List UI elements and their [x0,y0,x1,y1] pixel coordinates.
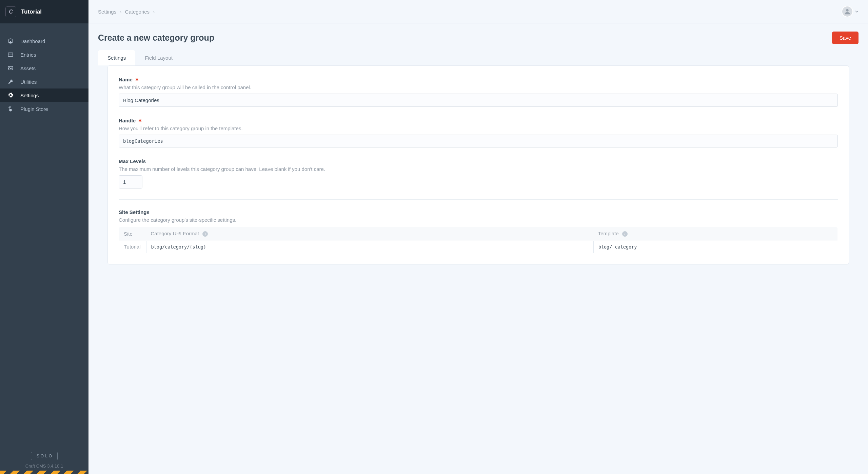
info-icon[interactable]: i [622,231,628,237]
field-label-site-settings: Site Settings [119,209,150,215]
breadcrumb-separator: › [153,9,155,15]
breadcrumb-separator: › [120,9,121,15]
breadcrumb: Settings › Categories › [98,9,157,15]
site-name-cell: Tutorial [119,240,146,253]
nav-item-dashboard[interactable]: Dashboard [0,34,88,48]
breadcrumb-categories[interactable]: Categories [125,9,150,15]
nav-label: Settings [20,93,39,98]
breadcrumb-settings[interactable]: Settings [98,9,116,15]
required-indicator: ✱ [138,118,142,123]
primary-nav: Dashboard Entries Assets Utilities Setti… [0,23,88,452]
nav-label: Entries [20,52,36,58]
nav-item-assets[interactable]: Assets [0,61,88,75]
tabs: Settings Field Layout [98,50,859,65]
field-label-handle: Handle [119,118,136,123]
topbar: Settings › Categories › [88,0,868,23]
dev-stripe [0,471,88,474]
field-help-name: What this category group will be called … [119,84,838,90]
save-button[interactable]: Save [832,32,859,44]
nav-label: Plugin Store [20,106,48,112]
edition-badge[interactable]: SOLO [31,452,58,460]
info-icon[interactable]: i [202,231,208,237]
settings-panel: Name ✱ What this category group will be … [107,65,849,264]
nav-item-plugin-store[interactable]: Plugin Store [0,102,88,116]
col-uri-format: Category URI Format i [146,227,593,240]
plugin-store-icon [7,106,14,112]
svg-rect-0 [8,53,13,57]
tab-field-layout[interactable]: Field Layout [135,50,182,65]
table-row: Tutorial [119,240,838,253]
svg-point-3 [846,9,848,12]
page-title: Create a new category group [98,33,214,43]
tab-settings[interactable]: Settings [98,50,135,65]
name-input[interactable] [119,94,838,107]
user-icon [844,8,851,15]
avatar [842,6,853,17]
nav-label: Dashboard [20,38,45,44]
col-site: Site [119,227,146,240]
entries-icon [7,52,14,58]
site-name: Tutorial [21,8,42,15]
nav-item-settings[interactable]: Settings [0,88,88,102]
template-input[interactable] [593,241,837,253]
field-handle: Handle ✱ How you'll refer to this catego… [119,118,838,147]
field-max-levels: Max Levels The maximum number of levels … [119,158,838,189]
logo: C [5,6,16,17]
max-levels-input[interactable] [119,175,142,189]
settings-icon [7,92,14,98]
sidebar: C Tutorial Dashboard Entries Assets Util… [0,0,88,474]
nav-item-entries[interactable]: Entries [0,48,88,61]
field-site-settings: Site Settings Configure the category gro… [119,209,838,253]
required-indicator: ✱ [135,77,139,82]
uri-format-input[interactable] [146,241,593,253]
col-template: Template i [593,227,838,240]
handle-input[interactable] [119,135,838,147]
field-help-site-settings: Configure the category group's site-spec… [119,217,838,223]
nav-label: Utilities [20,79,37,85]
chevron-down-icon [855,10,859,13]
field-label-max-levels: Max Levels [119,158,146,164]
user-menu[interactable] [842,6,859,17]
sidebar-header[interactable]: C Tutorial [0,0,88,23]
page-header: Create a new category group Save [88,23,868,50]
nav-item-utilities[interactable]: Utilities [0,75,88,88]
dashboard-icon [7,38,14,44]
field-name: Name ✱ What this category group will be … [119,77,838,107]
assets-icon [7,65,14,71]
main: Settings › Categories › Create a new cat… [88,0,868,474]
version-label: Craft CMS 3.4.10.1 [0,463,88,469]
utilities-icon [7,79,14,85]
field-help-handle: How you'll refer to this category group … [119,125,838,131]
field-label-name: Name [119,77,133,82]
field-help-max-levels: The maximum number of levels this catego… [119,166,838,172]
site-settings-table: Site Category URI Format i Template i [119,227,838,253]
divider [119,199,838,200]
nav-label: Assets [20,65,36,71]
